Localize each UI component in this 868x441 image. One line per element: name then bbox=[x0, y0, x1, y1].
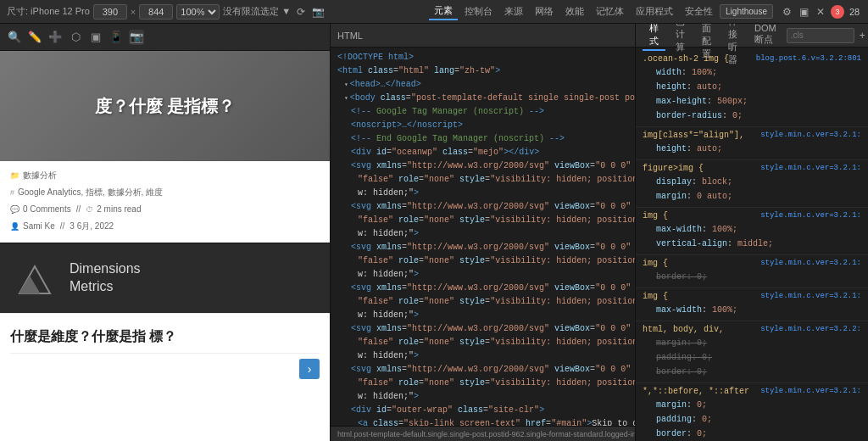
code-line: <svg xmlns="http://www.w3.org/2000/svg" … bbox=[331, 200, 635, 214]
style-line: border: 0; bbox=[643, 427, 861, 441]
time-label: 28 bbox=[848, 5, 861, 19]
filter-input[interactable] bbox=[787, 28, 854, 43]
edit-icon[interactable]: ✏️ bbox=[27, 30, 42, 45]
close-icon[interactable]: ✕ bbox=[814, 5, 827, 19]
style-selector: img { bbox=[643, 259, 668, 268]
responsive-label[interactable]: 没有限流选定 ▼ bbox=[223, 5, 291, 18]
top-bar-actions: ⚙ ▣ ✕ 3 28 bbox=[780, 5, 861, 19]
style-source[interactable]: style.min.c.ver=3.2.1: bbox=[760, 131, 861, 142]
middle-panel: HTML <!DOCTYPE html> <html class="html" … bbox=[331, 24, 636, 441]
hex-icon[interactable]: ⬡ bbox=[68, 30, 83, 45]
tag-icon: # bbox=[10, 186, 14, 199]
style-rule: img { style.min.c.ver=3.2.1: max-width: … bbox=[636, 208, 868, 255]
code-line: <svg xmlns="http://www.w3.org/2000/svg" … bbox=[331, 322, 635, 336]
html-code-view[interactable]: <!DOCTYPE html> <html class="html" lang=… bbox=[331, 47, 635, 426]
grid-icon[interactable]: ▣ bbox=[88, 30, 103, 45]
style-rule: figure>img { style.min.c.ver=3.2.1: disp… bbox=[636, 160, 868, 208]
style-source[interactable]: style.min.c.ver=3.2.1: bbox=[760, 164, 861, 175]
browser-toolbar: 🔍 ✏️ ➕ ⬡ ▣ 📱 📷 bbox=[0, 24, 330, 51]
style-line: height: auto; bbox=[643, 80, 861, 94]
tab-security[interactable]: 安全性 bbox=[680, 3, 718, 20]
tab-memory[interactable]: 记忆体 bbox=[591, 3, 629, 20]
rule-header: html, body, div, style.min.c.ver=3.2.2: bbox=[643, 325, 861, 336]
code-line: <svg xmlns="http://www.w3.org/2000/svg" … bbox=[331, 159, 635, 173]
style-line: width: 100%; bbox=[643, 65, 861, 80]
article-card: 度？什麼 是指標？ 📁 數據分析 # Google Analytics, 指標,… bbox=[0, 51, 330, 243]
style-line: margin: 0 auto; bbox=[643, 189, 861, 204]
svg-marker-1 bbox=[19, 276, 40, 293]
code-line: w: hidden;"> bbox=[331, 390, 635, 404]
code-line: ▾<body class="post-template-default sing… bbox=[331, 92, 635, 105]
dimensions-title: Dimensions Metrics bbox=[70, 260, 141, 296]
camera-icon[interactable]: 📷 bbox=[129, 30, 144, 45]
code-line: <html class="html" lang="zh-tw"> bbox=[331, 64, 635, 78]
style-selector: img[class*="align"], bbox=[643, 131, 744, 140]
notification-badge: 3 bbox=[831, 5, 844, 19]
rule-header: *,*::before, *::after style.min.c.ver=3.… bbox=[643, 387, 861, 398]
style-source[interactable]: style.min.c.ver=3.2.1: bbox=[760, 211, 861, 222]
left-panel: 🔍 ✏️ ➕ ⬡ ▣ 📱 📷 度？什麼 是指標？ 📁 數據分析 bbox=[0, 24, 331, 441]
style-rule: img { style.min.c.ver=3.2.1: max-width: … bbox=[636, 288, 868, 321]
settings-icon[interactable]: ⚙ bbox=[780, 5, 793, 19]
style-rule: *,*::before, *::after style.min.c.ver=3.… bbox=[636, 383, 868, 441]
rule-header: figure>img { style.min.c.ver=3.2.1: bbox=[643, 164, 861, 175]
bottom-card-button[interactable]: › bbox=[299, 359, 320, 379]
style-line: margin: 0; bbox=[643, 336, 861, 350]
right-panel: 样式 已计算 版面配置 事件接听器 DOM 断点 + ⚙ ↺ 🎨 .ocean-… bbox=[636, 24, 868, 441]
code-line: <noscript>…</noscript> bbox=[331, 119, 635, 132]
tab-sources[interactable]: 来源 bbox=[499, 3, 528, 20]
tab-network[interactable]: 网络 bbox=[530, 3, 559, 20]
code-line: "false" role="none" style="visibility: h… bbox=[331, 377, 635, 390]
tab-elements[interactable]: 元素 bbox=[429, 3, 458, 20]
phone-icon[interactable]: 📱 bbox=[108, 30, 124, 45]
width-input[interactable] bbox=[93, 4, 127, 20]
bottom-card-actions: › bbox=[10, 359, 320, 379]
code-line: <!-- Google Tag Manager (noscript) --> bbox=[331, 105, 635, 119]
style-source[interactable]: style.min.c.ver=3.2.2: bbox=[760, 325, 861, 336]
meta-tags: # Google Analytics, 指標, 數據分析, 維度 bbox=[10, 185, 320, 200]
style-line: padding: 0; bbox=[643, 350, 861, 365]
tab-styles[interactable]: 样式 bbox=[643, 24, 665, 51]
style-line: padding: 0; bbox=[643, 412, 861, 427]
style-line: border: 0; bbox=[643, 270, 861, 284]
bottom-card-title: 什麼是維度？什麼是指 標？ bbox=[10, 327, 320, 346]
dimensions-logo bbox=[14, 257, 56, 299]
style-selector: html, body, div, bbox=[643, 325, 724, 334]
code-line: "false" role="none" style="visibility: h… bbox=[331, 173, 635, 187]
zoom-select[interactable]: 100% bbox=[176, 4, 220, 20]
style-selector: img { bbox=[643, 292, 668, 301]
style-line: max-width: 100%; bbox=[643, 303, 861, 317]
rule-header: img { style.min.c.ver=3.2.1: bbox=[643, 211, 861, 222]
code-line: "false" role="none" style="visibility: h… bbox=[331, 214, 635, 227]
style-source[interactable]: style.min.c.ver=3.2.1: bbox=[760, 292, 861, 303]
code-line: <!DOCTYPE html> bbox=[331, 51, 635, 64]
rule-header: img { style.min.c.ver=3.2.1: bbox=[643, 259, 861, 270]
style-line: margin: 0; bbox=[643, 398, 861, 412]
tab-performance[interactable]: 效能 bbox=[560, 3, 589, 20]
height-input[interactable] bbox=[139, 4, 173, 20]
tab-application[interactable]: 应用程式 bbox=[631, 3, 678, 20]
tab-console[interactable]: 控制台 bbox=[459, 3, 498, 20]
article-title: 度？什麼 是指標？ bbox=[86, 87, 244, 126]
article-image: 度？什麼 是指標？ bbox=[0, 51, 330, 161]
lighthouse-button[interactable]: Lighthouse bbox=[720, 4, 773, 19]
code-line: w: hidden;"> bbox=[331, 309, 635, 322]
rotate-icon[interactable]: ⟳ bbox=[294, 5, 308, 19]
screenshot-icon[interactable]: 📷 bbox=[311, 5, 325, 19]
code-line: w: hidden;"> bbox=[331, 268, 635, 282]
devtools-tabs: 元素 控制台 来源 网络 效能 记忆体 应用程式 安全性 Lighthouse bbox=[429, 3, 773, 20]
tab-dom-breakpoints[interactable]: DOM 断点 bbox=[748, 24, 783, 49]
style-source[interactable]: style.min.c.ver=3.2.1: bbox=[760, 259, 861, 270]
code-line: ▾<head>…</head> bbox=[331, 78, 635, 92]
styles-content[interactable]: .ocean-sh-2 img { blog.post.6.v=3.2.2:80… bbox=[636, 47, 868, 441]
bottom-card-divider bbox=[10, 353, 320, 354]
style-source[interactable]: blog.post.6.v=3.2.2:801 bbox=[756, 54, 861, 65]
dock-icon[interactable]: ▣ bbox=[797, 5, 810, 19]
inspect-icon[interactable]: 🔍 bbox=[7, 30, 22, 45]
style-rule: .ocean-sh-2 img { blog.post.6.v=3.2.2:80… bbox=[636, 51, 868, 127]
plus-icon[interactable]: + bbox=[860, 30, 865, 42]
code-line: <svg xmlns="http://www.w3.org/2000/svg" … bbox=[331, 241, 635, 254]
style-source[interactable]: style.min.c.ver=3.2.1: bbox=[760, 387, 861, 398]
add-icon[interactable]: ➕ bbox=[47, 30, 63, 45]
code-line: "false" role="none" style="visibility: h… bbox=[331, 254, 635, 268]
